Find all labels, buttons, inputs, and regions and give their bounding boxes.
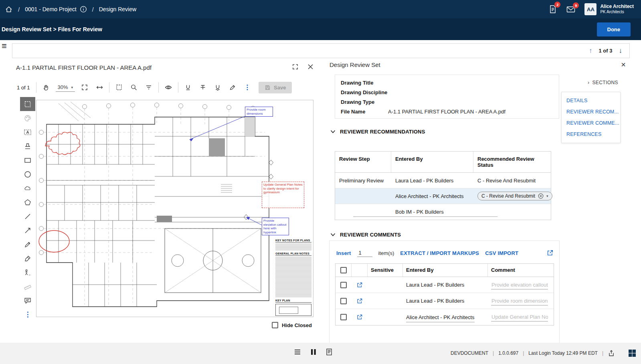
zoom-select[interactable]: 30% ▾ [56,83,75,92]
export-icon[interactable] [608,350,615,357]
breadcrumb-project[interactable]: 0001 - Demo Project [25,6,76,12]
line-tool[interactable] [20,209,35,223]
row-checkbox[interactable] [340,298,347,304]
comment-input[interactable]: Provide elevation callout he [491,281,548,289]
status-bar: DEVDOCUMENT | 1.0.0.697 | Last Login Tod… [0,343,641,364]
highlighter-tool[interactable] [20,251,35,265]
insert-count-input[interactable] [357,249,372,257]
markup-note-general-plan[interactable]: Update General Plan Notes to clarify des… [262,182,304,208]
more-options-icon[interactable] [242,82,253,93]
status-input-underline [353,216,497,217]
field-row: File Name A-1.1 PARTIAL FIRST FLOOR PLAN… [335,107,559,116]
done-button[interactable]: Done [597,22,631,36]
pencil-tool[interactable] [20,237,35,251]
rectangle-tool[interactable] [20,153,35,167]
sections-nav-references[interactable]: REFERENCES [562,129,620,140]
measure-tool[interactable] [20,265,35,279]
environment-label: DEVDOCUMENT [451,350,488,356]
table-row[interactable]: Bob IM - PK Builders [335,204,551,220]
comment-input[interactable]: Provide room dimensions [491,297,548,305]
close-panel-icon[interactable]: × [621,61,626,69]
fit-width-icon[interactable] [94,82,105,93]
search-icon[interactable] [129,82,139,93]
reviewer-recommendations-header[interactable]: REVIEWER RECOMMENDATIONS [330,129,425,135]
version-label: 1.0.0.697 [498,350,518,356]
ellipse-tool[interactable] [20,167,35,181]
comment-row: Laura Lead - PK Builders Provide room di… [336,293,554,309]
windows-icon[interactable] [628,349,636,357]
status-dropdown-pill[interactable]: C - Revise And Resubmit ▾ [477,192,552,200]
hide-closed-checkbox[interactable] [272,322,278,328]
document-view-icon[interactable] [326,348,332,356]
avatar[interactable]: AA [584,3,597,15]
select-tool[interactable] [20,97,35,111]
arrow-tool[interactable] [20,223,35,237]
visibility-eye-icon[interactable] [163,82,174,93]
sections-nav-details[interactable]: DETAILS [562,95,620,106]
previous-file-arrow-icon[interactable]: ↑ [589,47,592,55]
sections-nav-reviewer-recommendations[interactable]: REVIEWER RECOM... [562,106,620,117]
file-pager-bar: ↑ 1 of 3 ↓ [12,43,630,58]
table-row-selected[interactable]: Alice Architect - PK Architects C - Revi… [335,188,551,204]
documents-icon[interactable]: 2 [548,4,557,14]
markup-note-room-dimensions[interactable]: Provide room dimensions [245,107,273,117]
fit-to-screen-icon[interactable] [79,82,90,93]
select-all-checkbox[interactable] [340,267,347,273]
entered-by-cell[interactable]: Alice Architect - PK Architects [403,314,488,320]
key-plan-thumbnail [275,304,311,316]
squiggly-underline-tool-icon[interactable] [212,82,223,93]
user-menu[interactable]: AA Alice Architect PK Architects [584,3,634,15]
ruler-tool[interactable] [20,279,35,293]
close-viewer-icon[interactable] [307,64,313,70]
color-palette-tool[interactable] [20,111,35,125]
comment-input[interactable]: Update General Plan Notes [491,313,548,322]
user-org: PK Architects [600,10,634,15]
table-row[interactable]: Preliminary Review Laura Lead - PK Build… [335,173,551,188]
row-checkbox[interactable] [340,314,347,320]
more-tools-icon[interactable]: ⋮ [20,307,35,322]
underline-tool-icon[interactable] [183,82,193,93]
polygon-tool[interactable] [20,195,35,209]
csv-import-link[interactable]: CSV IMPORT [485,250,518,256]
home-icon[interactable] [5,5,13,13]
table-header-row: Sensitive Entered By Comment [336,264,554,277]
drawing-canvas[interactable]: Provide room dimensions Update General P… [36,100,313,317]
fullscreen-icon[interactable] [292,63,299,70]
menu-icon[interactable]: ≡ [2,42,7,51]
sections-nav-reviewer-comments[interactable]: REVIEWER COMME... [562,117,620,129]
mail-icon[interactable]: 9 [566,5,576,13]
mail-badge: 9 [573,2,579,8]
pause-icon[interactable] [311,348,316,356]
clear-status-icon[interactable] [538,193,544,199]
save-button[interactable]: Save [259,82,292,93]
markup-note-elevation[interactable]: Provide elevation callout here with hype… [262,218,289,235]
breadcrumb-separator: / [16,6,22,13]
stamp-tool[interactable] [20,139,35,153]
comments-section: Insert item(s) EXTRACT / IMPORT MARKUPS … [329,241,560,344]
strikethrough-tool-icon[interactable] [198,82,208,93]
sections-toggle[interactable]: › SECTIONS [588,80,618,85]
key-notes-title: KEY NOTES FOR PLANS [275,238,311,243]
breadcrumb-separator: / [90,6,96,13]
info-icon[interactable] [80,6,87,13]
cloud-tool[interactable] [20,181,35,195]
extract-import-markups-link[interactable]: EXTRACT / IMPORT MARKUPS [400,250,479,256]
insert-link[interactable]: Insert [336,250,351,256]
open-comment-icon[interactable] [356,282,363,288]
comment-note-tool[interactable] [20,293,35,307]
status-separator: | [601,350,604,356]
open-comment-icon[interactable] [356,298,363,304]
chevron-down-icon [330,130,336,133]
list-view-icon[interactable] [294,349,301,355]
text-box-tool[interactable] [20,125,35,139]
status-separator: | [522,350,525,356]
open-external-icon[interactable] [546,249,554,257]
pen-tool-icon[interactable] [227,82,238,93]
marquee-zoom-icon[interactable] [114,82,124,93]
reviewer-comments-header[interactable]: REVIEWER COMMENTS [330,232,401,238]
pan-hand-icon[interactable] [41,82,51,93]
next-file-arrow-icon[interactable]: ↓ [619,47,623,55]
row-checkbox[interactable] [340,282,347,288]
open-comment-icon[interactable] [356,314,363,320]
filter-icon[interactable] [144,82,154,93]
